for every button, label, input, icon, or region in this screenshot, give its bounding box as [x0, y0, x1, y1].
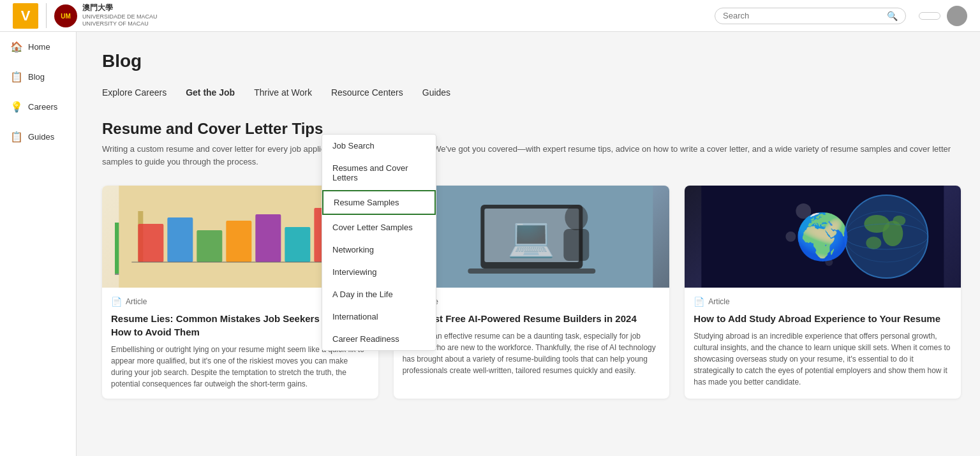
header: V UM 澳門大學 UNIVERSIDADE DE MACAU UNIVERSI… — [0, 0, 980, 32]
uni-name: 澳門大學 UNIVERSIDADE DE MACAU UNIVERSITY OF… — [82, 3, 158, 28]
user-avatar[interactable] — [947, 6, 967, 26]
main-content: Blog Explore Careers Get the Job Thrive … — [77, 32, 980, 456]
dropdown-item-career-readiness[interactable]: Career Readiness — [322, 328, 436, 350]
svg-text:UM: UM — [61, 13, 71, 20]
signin-button[interactable] — [919, 12, 940, 20]
dropdown-overlay[interactable] — [0, 32, 980, 456]
page-wrapper: 🏠 Home 📋 Blog 💡 Careers 📋 Guides Blog Ex… — [0, 32, 980, 456]
search-icon: 🔍 — [887, 11, 898, 21]
dropdown-item-networking[interactable]: Networking — [322, 239, 436, 261]
vault-logo: V — [13, 3, 38, 29]
dropdown-item-international[interactable]: International — [322, 305, 436, 328]
dropdown-item-interviewing[interactable]: Interviewing — [322, 261, 436, 283]
dropdown-menu: Job Search Resumes and Cover Letters Res… — [322, 134, 436, 351]
search-bar[interactable]: 🔍 — [715, 8, 906, 24]
header-right — [919, 6, 967, 26]
search-input[interactable] — [723, 11, 887, 20]
university-logo: UM 澳門大學 UNIVERSIDADE DE MACAU UNIVERSITY… — [46, 3, 158, 28]
dropdown-item-resume-samples[interactable]: Resume Samples — [322, 190, 436, 215]
dropdown-item-day-in-life[interactable]: A Day in the Life — [322, 283, 436, 305]
dropdown-item-cover-letter-samples[interactable]: Cover Letter Samples — [322, 216, 436, 239]
dropdown-item-job-search[interactable]: Job Search — [322, 135, 436, 157]
uni-emblem-icon: UM — [54, 4, 77, 27]
dropdown-item-resumes[interactable]: Resumes and Cover Letters — [322, 157, 436, 189]
